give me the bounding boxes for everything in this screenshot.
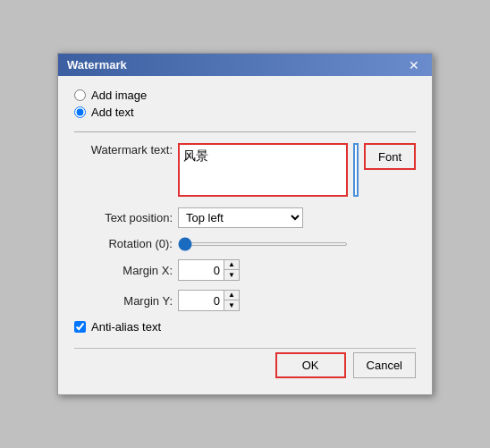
anti-alias-label: Anti-alias text (91, 320, 161, 334)
anti-alias-checkbox[interactable] (74, 321, 86, 333)
margin-x-input[interactable] (179, 262, 224, 279)
margin-x-spinner: ▲ ▼ (178, 259, 240, 281)
add-image-label: Add image (91, 89, 147, 102)
margin-x-down-button[interactable]: ▼ (224, 270, 239, 280)
text-position-label: Text position: (74, 211, 173, 224)
margin-y-down-button[interactable]: ▼ (224, 300, 239, 310)
rotation-row: Rotation (0): (74, 237, 416, 250)
radio-group: Add image Add text (74, 89, 416, 119)
margin-x-row: Margin X: ▲ ▼ (74, 259, 416, 281)
text-position-select[interactable]: Top left Top center Top right Center Bot… (178, 207, 303, 228)
add-text-option[interactable]: Add text (74, 106, 416, 119)
rotation-label: Rotation (0): (74, 237, 173, 250)
text-position-row: Text position: Top left Top center Top r… (74, 207, 416, 228)
separator (74, 131, 416, 132)
margin-y-up-button[interactable]: ▲ (224, 291, 239, 300)
add-text-radio[interactable] (74, 106, 86, 118)
font-button[interactable]: Font (364, 143, 416, 170)
margin-y-spin-buttons: ▲ ▼ (224, 291, 239, 310)
add-image-option[interactable]: Add image (74, 89, 416, 102)
watermark-text-row: Watermark text: Font (74, 143, 416, 197)
ok-button[interactable]: OK (275, 352, 346, 378)
dialog-body: Add image Add text Watermark text: Font … (58, 76, 432, 394)
margin-x-up-button[interactable]: ▲ (224, 260, 239, 270)
add-image-radio[interactable] (74, 89, 86, 101)
anti-alias-row: Anti-alias text (74, 320, 416, 334)
dialog-title: Watermark (67, 58, 127, 72)
watermark-dialog: Watermark ✕ Add image Add text Watermark… (57, 53, 433, 395)
margin-x-label: Margin X: (74, 264, 173, 277)
margin-x-spin-buttons: ▲ ▼ (224, 260, 239, 280)
title-bar: Watermark ✕ (58, 54, 432, 76)
close-button[interactable]: ✕ (405, 59, 423, 72)
margin-y-label: Margin Y: (74, 294, 173, 308)
rotation-slider[interactable] (178, 242, 348, 246)
watermark-text-area: Font (178, 143, 416, 197)
watermark-text-input[interactable] (178, 143, 348, 197)
margin-y-input[interactable] (179, 292, 224, 309)
margin-y-row: Margin Y: ▲ ▼ (74, 290, 416, 311)
margin-y-spinner: ▲ ▼ (178, 290, 240, 311)
watermark-preview-area (353, 143, 359, 197)
add-text-label: Add text (91, 106, 134, 119)
button-row: OK Cancel (74, 348, 416, 382)
watermark-text-label: Watermark text: (74, 143, 173, 156)
cancel-button[interactable]: Cancel (353, 352, 416, 378)
